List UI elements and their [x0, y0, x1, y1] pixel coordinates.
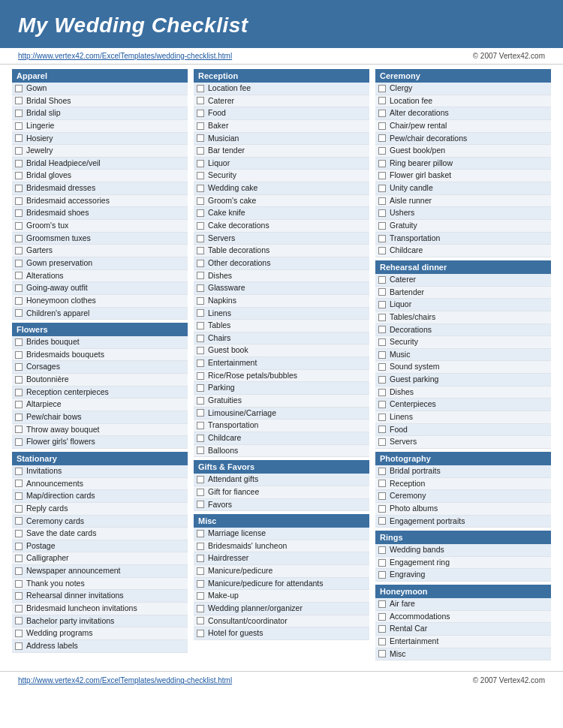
checkbox[interactable] [197, 501, 204, 508]
checkbox[interactable] [378, 468, 386, 475]
checkbox[interactable] [378, 376, 386, 384]
checkbox[interactable] [378, 209, 386, 217]
checkbox[interactable] [15, 438, 23, 446]
checkbox[interactable] [15, 272, 23, 279]
checkbox[interactable] [378, 326, 386, 333]
checkbox[interactable] [197, 185, 204, 192]
checkbox[interactable] [378, 546, 386, 554]
checkbox[interactable] [15, 555, 23, 562]
checkbox[interactable] [15, 543, 23, 550]
checkbox[interactable] [378, 363, 386, 371]
checkbox[interactable] [197, 134, 204, 142]
checkbox[interactable] [197, 97, 204, 104]
header-url-link[interactable]: http://www.vertex42.com/ExcelTemplates/w… [18, 52, 232, 60]
checkbox[interactable] [197, 476, 204, 483]
checkbox[interactable] [15, 97, 23, 104]
checkbox[interactable] [197, 422, 204, 429]
checkbox[interactable] [15, 480, 23, 487]
checkbox[interactable] [197, 617, 204, 624]
checkbox[interactable] [378, 122, 386, 130]
checkbox[interactable] [378, 492, 386, 500]
checkbox[interactable] [15, 414, 23, 421]
checkbox[interactable] [15, 147, 23, 155]
checkbox[interactable] [197, 409, 204, 417]
checkbox[interactable] [15, 617, 23, 624]
checkbox[interactable] [197, 605, 204, 612]
checkbox[interactable] [378, 389, 386, 396]
checkbox[interactable] [197, 172, 204, 179]
checkbox[interactable] [197, 160, 204, 167]
checkbox[interactable] [15, 284, 23, 292]
checkbox[interactable] [378, 97, 386, 104]
checkbox[interactable] [197, 359, 204, 367]
checkbox[interactable] [378, 314, 386, 321]
checkbox[interactable] [15, 530, 23, 537]
checkbox[interactable] [197, 580, 204, 588]
checkbox[interactable] [197, 110, 204, 117]
checkbox[interactable] [197, 530, 204, 537]
checkbox[interactable] [378, 134, 386, 142]
checkbox[interactable] [197, 335, 204, 342]
checkbox[interactable] [15, 389, 23, 396]
checkbox[interactable] [197, 435, 204, 442]
checkbox[interactable] [197, 592, 204, 600]
checkbox[interactable] [197, 372, 204, 380]
checkbox[interactable] [378, 650, 386, 657]
checkbox[interactable] [197, 209, 204, 217]
checkbox[interactable] [15, 426, 23, 433]
checkbox[interactable] [15, 630, 23, 637]
checkbox[interactable] [378, 247, 386, 254]
checkbox[interactable] [15, 492, 23, 500]
checkbox[interactable] [15, 401, 23, 408]
checkbox[interactable] [378, 351, 386, 359]
checkbox[interactable] [378, 288, 386, 296]
checkbox[interactable] [15, 247, 23, 254]
checkbox[interactable] [15, 517, 23, 525]
checkbox[interactable] [378, 197, 386, 205]
checkbox[interactable] [15, 351, 23, 359]
checkbox[interactable] [378, 559, 386, 567]
checkbox[interactable] [378, 438, 386, 446]
checkbox[interactable] [197, 272, 204, 279]
checkbox[interactable] [197, 543, 204, 550]
checkbox[interactable] [15, 363, 23, 371]
checkbox[interactable] [197, 555, 204, 562]
checkbox[interactable] [378, 517, 386, 525]
checkbox[interactable] [378, 625, 386, 633]
checkbox[interactable] [197, 347, 204, 354]
checkbox[interactable] [197, 147, 204, 155]
checkbox[interactable] [15, 505, 23, 513]
checkbox[interactable] [15, 134, 23, 142]
checkbox[interactable] [197, 489, 204, 496]
checkbox[interactable] [15, 160, 23, 167]
checkbox[interactable] [15, 567, 23, 575]
checkbox[interactable] [197, 447, 204, 454]
checkbox[interactable] [15, 260, 23, 267]
checkbox[interactable] [378, 160, 386, 167]
checkbox[interactable] [197, 85, 204, 92]
checkbox[interactable] [197, 284, 204, 292]
checkbox[interactable] [15, 592, 23, 600]
checkbox[interactable] [15, 185, 23, 192]
footer-url-link[interactable]: http://www.vertex42.com/ExcelTemplates/w… [18, 676, 232, 684]
checkbox[interactable] [378, 147, 386, 155]
checkbox[interactable] [197, 235, 204, 242]
checkbox[interactable] [378, 613, 386, 621]
checkbox[interactable] [378, 401, 386, 408]
checkbox[interactable] [15, 172, 23, 179]
checkbox[interactable] [378, 235, 386, 242]
checkbox[interactable] [378, 414, 386, 421]
checkbox[interactable] [197, 260, 204, 267]
checkbox[interactable] [15, 297, 23, 305]
checkbox[interactable] [15, 209, 23, 217]
checkbox[interactable] [378, 505, 386, 513]
checkbox[interactable] [15, 580, 23, 588]
checkbox[interactable] [378, 600, 386, 608]
checkbox[interactable] [378, 110, 386, 117]
checkbox[interactable] [197, 630, 204, 637]
checkbox[interactable] [378, 571, 386, 579]
checkbox[interactable] [378, 338, 386, 346]
checkbox[interactable] [378, 426, 386, 433]
checkbox[interactable] [15, 122, 23, 130]
checkbox[interactable] [378, 480, 386, 487]
